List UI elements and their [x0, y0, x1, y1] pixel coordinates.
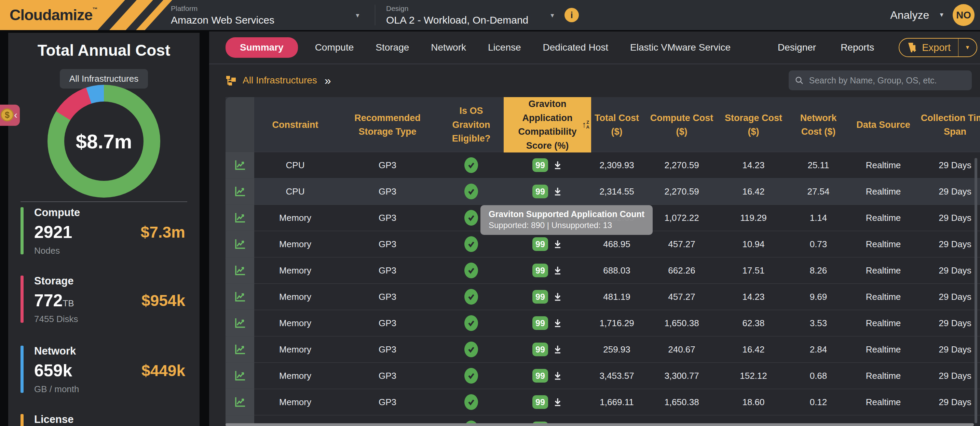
- graviton-tooltip: Graviton Supported Application Count Sup…: [480, 205, 653, 235]
- download-icon[interactable]: [553, 160, 562, 170]
- score-badge[interactable]: 99: [532, 158, 548, 172]
- tab-elastic-vmware-service[interactable]: Elastic VMware Service: [630, 42, 730, 53]
- eligible-cell: [439, 310, 504, 336]
- storage-cost-cell: 62.38: [721, 310, 786, 336]
- chevron-down-icon[interactable]: ▼: [355, 12, 361, 19]
- cloudamize-logo[interactable]: Cloudamize™: [0, 0, 191, 30]
- tabs-bar: SummaryComputeStorageNetworkLicenseDedic…: [209, 32, 980, 64]
- check-circle-icon: [465, 183, 478, 199]
- trend-chart-icon-cell[interactable]: [226, 257, 254, 284]
- sort-alpha-icon[interactable]: ↑ZA: [582, 118, 589, 131]
- table-row[interactable]: MemoryGP3993,453.573,300.77152.120.68Rea…: [226, 362, 980, 389]
- trend-chart-icon-cell[interactable]: [226, 337, 254, 362]
- data-source-cell: Realtime: [851, 205, 916, 231]
- table-row[interactable]: CPUGP3992,314.552,270.5916.4227.54Realti…: [226, 178, 980, 204]
- horizontal-scrollbar[interactable]: [226, 423, 974, 426]
- platform-selector[interactable]: Platform Amazon Web Services: [171, 5, 348, 26]
- eligible-cell: [439, 179, 504, 204]
- cost-panel-collapse-tag[interactable]: $ ‹: [0, 105, 20, 126]
- trend-chart-icon-cell[interactable]: [226, 389, 254, 415]
- download-icon[interactable]: [553, 397, 562, 407]
- column-header-storage-cost-[interactable]: Storage Cost ($): [721, 97, 786, 153]
- column-header-total-cost-[interactable]: Total Cost ($): [591, 97, 643, 153]
- table-row[interactable]: CPUGP3992,309.932,270.5914.2325.11Realti…: [226, 152, 980, 178]
- score-badge[interactable]: 99: [532, 237, 548, 251]
- total-cost-cell: 1,716.29: [591, 310, 643, 336]
- download-icon[interactable]: [553, 345, 562, 354]
- breadcrumb-label[interactable]: All Infrastructures: [243, 75, 317, 86]
- trend-chart-icon-cell[interactable]: [226, 205, 254, 231]
- score-badge[interactable]: 99: [532, 290, 548, 303]
- search-input[interactable]: [808, 75, 966, 86]
- column-header-recommended-storage-type[interactable]: Recommended Storage Type: [336, 97, 439, 153]
- column-header-constraint[interactable]: Constraint: [254, 97, 336, 153]
- compute-cost-cell: 1,650.38: [643, 389, 721, 415]
- download-icon[interactable]: [553, 239, 562, 249]
- breadcrumb[interactable]: All Infrastructures »: [226, 74, 331, 87]
- column-header-network-cost-[interactable]: Network Cost ($): [786, 97, 851, 153]
- breadcrumb-expand-icon[interactable]: »: [325, 74, 331, 87]
- search-box[interactable]: [789, 70, 972, 90]
- trend-chart-icon-cell[interactable]: [226, 231, 254, 257]
- nav-designer[interactable]: Designer: [778, 42, 816, 53]
- chevron-down-icon[interactable]: ▼: [939, 12, 945, 18]
- column-header-data-source[interactable]: Data Source: [851, 97, 916, 153]
- export-button[interactable]: Export ▼: [899, 38, 977, 57]
- vertical-scrollbar[interactable]: [975, 158, 977, 423]
- score-badge[interactable]: 99: [532, 395, 548, 409]
- score-badge[interactable]: 99: [532, 185, 548, 198]
- column-header-compute-cost-[interactable]: Compute Cost ($): [643, 97, 721, 153]
- download-icon[interactable]: [553, 187, 562, 196]
- compute-cost-cell: 1,650.38: [643, 310, 721, 336]
- collection-span-cell: 29 Days: [916, 284, 980, 310]
- table-row[interactable]: MemoryGP399259.93240.6716.422.84Realtime…: [226, 336, 980, 362]
- tab-network[interactable]: Network: [431, 42, 466, 53]
- tab-summary[interactable]: Summary: [226, 37, 298, 58]
- section-label: Storage: [34, 274, 185, 287]
- info-icon[interactable]: i: [565, 8, 579, 22]
- score-badge[interactable]: 99: [532, 369, 548, 383]
- toolbar: All Infrastructures »: [209, 65, 980, 96]
- export-dropdown-caret[interactable]: ▼: [958, 38, 977, 56]
- table-row[interactable]: MemoryGP399481.19457.2714.239.69Realtime…: [226, 284, 980, 310]
- trend-chart-icon-cell[interactable]: [226, 179, 254, 204]
- nav-reports[interactable]: Reports: [841, 42, 874, 53]
- user-avatar[interactable]: NO: [953, 4, 975, 26]
- tab-storage[interactable]: Storage: [375, 42, 409, 53]
- compute-cost-cell: 662.26: [643, 257, 721, 284]
- check-circle-icon: [465, 341, 478, 357]
- score-cell: 99: [504, 363, 591, 389]
- column-header-collection-time-span[interactable]: Collection Time Span: [916, 97, 980, 153]
- table-row[interactable]: MemoryGP399688.03662.2617.518.26Realtime…: [226, 257, 980, 284]
- tab-compute[interactable]: Compute: [315, 42, 354, 53]
- export-main[interactable]: Export: [899, 42, 958, 53]
- trend-chart-icon-cell[interactable]: [226, 363, 254, 389]
- tab-dedicated-host[interactable]: Dedicated Host: [543, 42, 608, 53]
- download-icon[interactable]: [553, 318, 562, 328]
- column-header-is-os-graviton-eligible-[interactable]: Is OS Graviton Eligible?: [439, 97, 504, 153]
- tab-license[interactable]: License: [488, 42, 521, 53]
- chevron-down-icon[interactable]: ▼: [549, 12, 555, 19]
- score-badge[interactable]: 99: [532, 263, 548, 277]
- data-source-cell: Realtime: [851, 231, 916, 257]
- storage-type-cell: GP3: [336, 337, 439, 362]
- column-header-graviton-application-compatibility-score-[interactable]: Graviton Application Compatibility Score…: [504, 97, 591, 153]
- score-badge[interactable]: 99: [532, 343, 548, 356]
- download-icon[interactable]: [553, 292, 562, 302]
- trend-chart-icon-cell[interactable]: [226, 310, 254, 336]
- trend-chart-icon-cell[interactable]: [226, 284, 254, 310]
- table-row[interactable]: MemoryGP3991,669.111,650.3818.600.12Real…: [226, 389, 980, 415]
- chevron-left-icon[interactable]: ‹: [14, 109, 18, 121]
- table-row[interactable]: MemoryGP3991,716.291,650.3862.383.53Real…: [226, 310, 980, 336]
- section-value: 772TB: [34, 290, 74, 310]
- panel-title: Total Annual Cost: [8, 41, 200, 59]
- score-cell: 99: [504, 179, 591, 204]
- constraint-cell: Memory: [254, 337, 336, 362]
- download-icon[interactable]: [553, 266, 562, 275]
- design-selector[interactable]: Design OLA 2 - Workload, On-Demand: [386, 5, 547, 26]
- score-badge[interactable]: 99: [532, 316, 548, 330]
- check-circle-icon: [465, 263, 478, 278]
- download-icon[interactable]: [553, 371, 562, 381]
- analyze-menu[interactable]: Analyze: [890, 9, 929, 22]
- trend-chart-icon-cell[interactable]: [226, 152, 254, 178]
